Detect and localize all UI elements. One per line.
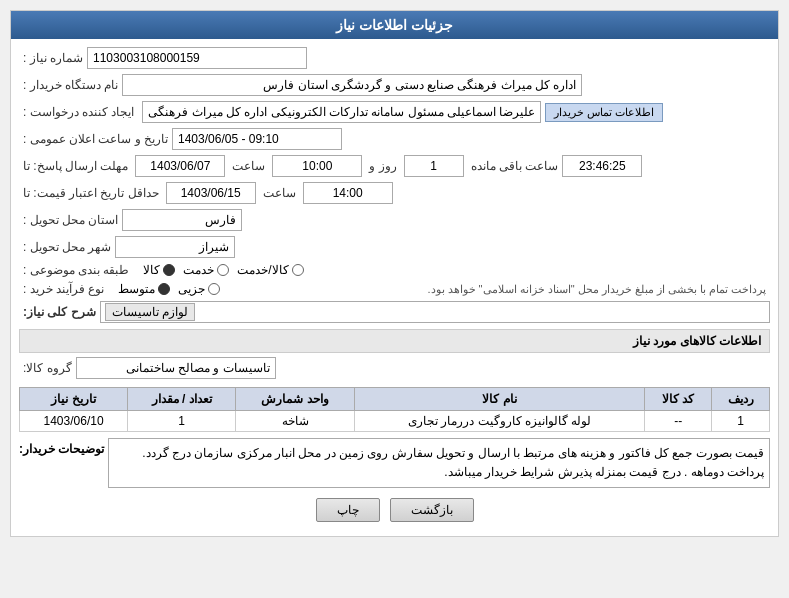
laware-label: لوازم تاسیسات	[105, 303, 195, 321]
name-dastgah-value: اداره کل میراث فرهنگی صنایع دستی و گردشگ…	[122, 74, 582, 96]
shomara-label: شماره نیاز :	[19, 51, 87, 65]
nooe-desc: پرداخت تمام با بخشی از مبلغ خریدار محل "…	[220, 283, 770, 296]
hadaqal-label: حداقل تاریخ اعتبار قیمت: تا	[19, 186, 163, 200]
mohlat-date-value: 1403/06/07	[135, 155, 225, 177]
page-title: جزئیات اطلاعات نیاز	[336, 17, 453, 33]
nooe-jozii[interactable]: جزیی	[178, 282, 220, 296]
mohlat-baqi-value: 23:46:25	[562, 155, 642, 177]
name-dastgah-row: اداره کل میراث فرهنگی صنایع دستی و گردشگ…	[19, 74, 770, 96]
hadaqal-saat-label: ساعت	[259, 186, 300, 200]
table-section: ردیف کد کالا نام کالا واحد شمارش تعداد /…	[19, 387, 770, 432]
tabaqe-kala-khadamat[interactable]: کالا/خدمت	[237, 263, 303, 277]
shahr-label: شهر محل تحویل :	[19, 240, 115, 254]
radio-motovaset-icon	[158, 283, 170, 295]
hadaqal-saat-value: 14:00	[303, 182, 393, 204]
radio-kala-khadamat-icon	[292, 264, 304, 276]
mohlat-saat-label: ساعت	[228, 159, 269, 173]
nooe-label: نوع فرآیند خرید :	[19, 282, 108, 296]
ijad-label: ایجاد کننده درخواست :	[19, 105, 138, 119]
mohlat-rooz-value: 1	[404, 155, 464, 177]
hadaqal-date-value: 1403/06/15	[166, 182, 256, 204]
main-container: جزئیات اطلاعات نیاز 1103003108000159 شما…	[10, 10, 779, 537]
group-value: تاسیسات و مصالح ساختمانی	[76, 357, 276, 379]
items-table: ردیف کد کالا نام کالا واحد شمارش تعداد /…	[19, 387, 770, 432]
mohlat-row: 23:46:25 ساعت باقی مانده 1 روز و 10:00 س…	[19, 155, 770, 177]
contact-button[interactable]: اطلاعات تماس خریدار	[545, 103, 663, 122]
table-row: 1--لوله گالوانیزه کاروگیت دررمار تجاریشا…	[20, 411, 770, 432]
button-row: بازگشت چاپ	[19, 498, 770, 522]
tabaqe-kala[interactable]: کالا	[143, 263, 175, 277]
mohlat-rooz-label: روز و	[365, 159, 400, 173]
notes-line1: قیمت بصورت جمع کل فاکتور و هزینه های مرت…	[114, 444, 764, 463]
col-count: تعداد / مقدار	[128, 388, 236, 411]
hadaqal-row: 14:00 ساعت 1403/06/15 حداقل تاریخ اعتبار…	[19, 182, 770, 204]
col-unit: واحد شمارش	[236, 388, 355, 411]
date-row: 1403/06/05 - 09:10 تاریخ و ساعت اعلان عم…	[19, 128, 770, 150]
shahr-value: شیراز	[115, 236, 235, 258]
radio-kala-icon	[163, 264, 175, 276]
col-kod: کد کالا	[645, 388, 712, 411]
tabaqe-khadamat[interactable]: خدمت	[183, 263, 229, 277]
date-value: 1403/06/05 - 09:10	[172, 128, 342, 150]
ijad-row: اطلاعات تماس خریدار علیرضا اسماعیلی مسئو…	[19, 101, 770, 123]
nooe-radio-group: جزیی متوسط	[118, 282, 220, 296]
print-button[interactable]: چاپ	[316, 498, 380, 522]
ijad-value: علیرضا اسماعیلی مسئول سامانه تدارکات الک…	[142, 101, 541, 123]
group-label: گروه کالا:	[19, 361, 76, 375]
ostan-label: استان محل تحویل :	[19, 213, 122, 227]
sharh-label: شرح کلی نیاز:	[19, 305, 100, 319]
back-button[interactable]: بازگشت	[390, 498, 474, 522]
radio-khadamat-icon	[217, 264, 229, 276]
date-label: تاریخ و ساعت اعلان عمومی :	[19, 132, 172, 146]
ostan-value: فارس	[122, 209, 242, 231]
notes-box: قیمت بصورت جمع کل فاکتور و هزینه های مرت…	[108, 438, 770, 488]
tabaqe-row: کالا/خدمت خدمت کالا طبقه بندی موضوعی :	[19, 263, 770, 277]
col-date: تاریخ نیاز	[20, 388, 128, 411]
tabaqe-label: طبقه بندی موضوعی :	[19, 263, 133, 277]
shomara-value: 1103003108000159	[87, 47, 307, 69]
name-dastgah-label: نام دستگاه خریدار :	[19, 78, 122, 92]
mohlat-baqi-label: ساعت باقی مانده	[467, 159, 563, 173]
tabaqe-radio-group: کالا/خدمت خدمت کالا	[143, 263, 303, 277]
mohlat-saat-value: 10:00	[272, 155, 362, 177]
info-section-title: اطلاعات کالاهای مورد نیاز	[19, 329, 770, 353]
shahr-row: شیراز شهر محل تحویل :	[19, 236, 770, 258]
radio-jozii-icon	[208, 283, 220, 295]
notes-label: توضیحات خریدار:	[19, 438, 108, 456]
col-radif: ردیف	[712, 388, 770, 411]
group-row: تاسیسات و مصالح ساختمانی گروه کالا:	[19, 357, 770, 379]
page-header: جزئیات اطلاعات نیاز	[11, 11, 778, 39]
notes-line2: پرداخت دوماهه . درج قیمت بمنزله پذیرش شر…	[114, 463, 764, 482]
notes-section: قیمت بصورت جمع کل فاکتور و هزینه های مرت…	[19, 438, 770, 488]
sharh-row: لوازم تاسیسات شرح کلی نیاز:	[19, 301, 770, 323]
ostan-row: فارس استان محل تحویل :	[19, 209, 770, 231]
nooe-motovaset[interactable]: متوسط	[118, 282, 170, 296]
mohlat-label: مهلت ارسال پاسخ: تا	[19, 159, 132, 173]
col-name: نام کالا	[354, 388, 644, 411]
shomara-row: 1103003108000159 شماره نیاز :	[19, 47, 770, 69]
nooe-row: پرداخت تمام با بخشی از مبلغ خریدار محل "…	[19, 282, 770, 296]
